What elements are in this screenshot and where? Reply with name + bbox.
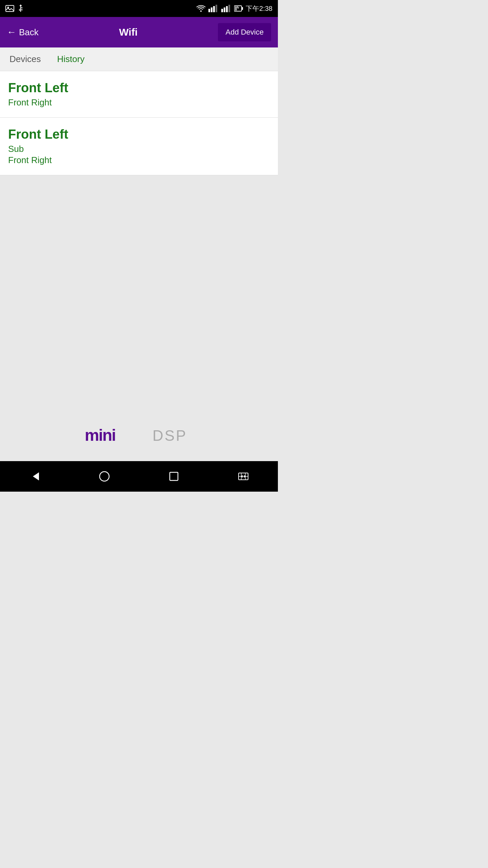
back-label: Back xyxy=(19,27,39,38)
status-time: 下午2:38 xyxy=(246,4,272,13)
svg-point-6 xyxy=(22,9,23,11)
empty-area xyxy=(0,175,278,410)
device-secondary-2a: Sub xyxy=(8,144,270,154)
signal2-icon xyxy=(221,5,231,12)
svg-point-27 xyxy=(100,472,109,481)
device-card-2[interactable]: Front Left Sub Front Right xyxy=(0,118,278,175)
battery-icon xyxy=(234,5,243,12)
svg-rect-0 xyxy=(6,5,14,12)
app-logo: mini DSP xyxy=(85,424,193,444)
logo-area: mini DSP xyxy=(0,410,278,461)
mini-logo: mini xyxy=(85,424,152,444)
page-title: Wifi xyxy=(119,26,138,38)
status-bar-right: 下午2:38 xyxy=(196,4,272,13)
svg-rect-4 xyxy=(19,9,21,11)
status-bar-left xyxy=(5,4,23,13)
status-bar: 下午2:38 xyxy=(0,0,278,17)
dsp-logo: DSP xyxy=(152,424,193,444)
svg-rect-15 xyxy=(224,7,225,12)
nav-bar xyxy=(0,461,278,492)
image-icon xyxy=(5,5,14,12)
nav-home-icon xyxy=(98,470,110,482)
nav-back-button[interactable] xyxy=(25,466,45,487)
tab-devices[interactable]: Devices xyxy=(8,51,42,67)
svg-point-9 xyxy=(200,11,202,12)
svg-rect-20 xyxy=(235,6,237,11)
svg-rect-11 xyxy=(211,7,212,12)
signal1-icon xyxy=(208,5,219,12)
svg-rect-16 xyxy=(226,6,228,12)
usb-icon xyxy=(18,4,23,13)
svg-text:DSP: DSP xyxy=(152,427,187,444)
svg-rect-10 xyxy=(208,9,210,12)
wifi-icon xyxy=(196,5,206,12)
device-secondary-2b: Front Right xyxy=(8,155,270,165)
device-card-1[interactable]: Front Left Front Right xyxy=(0,71,278,118)
tab-bar: Devices History xyxy=(0,47,278,71)
device-primary-2: Front Left xyxy=(8,127,270,142)
svg-marker-3 xyxy=(19,4,22,6)
tab-history[interactable]: History xyxy=(56,51,86,67)
device-primary-1: Front Left xyxy=(8,81,270,95)
device-secondary-1: Front Right xyxy=(8,97,270,108)
svg-marker-26 xyxy=(33,472,39,480)
nav-overview-icon xyxy=(168,470,180,482)
svg-rect-13 xyxy=(216,5,217,12)
nav-cast-button[interactable] xyxy=(233,466,253,487)
nav-back-icon xyxy=(29,470,41,482)
svg-rect-28 xyxy=(170,472,178,480)
back-button[interactable]: ← Back xyxy=(7,27,39,38)
svg-rect-19 xyxy=(242,7,243,10)
svg-rect-12 xyxy=(213,6,215,12)
nav-overview-button[interactable] xyxy=(164,466,184,487)
svg-text:mini: mini xyxy=(85,426,116,444)
nav-home-button[interactable] xyxy=(94,466,115,487)
svg-rect-17 xyxy=(228,5,230,12)
device-list: Front Left Front Right Front Left Sub Fr… xyxy=(0,71,278,175)
svg-rect-14 xyxy=(221,9,223,12)
app-header: ← Back Wifi Add Device xyxy=(0,17,278,47)
nav-cast-icon xyxy=(237,470,249,482)
add-device-button[interactable]: Add Device xyxy=(218,23,271,41)
back-arrow-icon: ← xyxy=(7,27,16,38)
